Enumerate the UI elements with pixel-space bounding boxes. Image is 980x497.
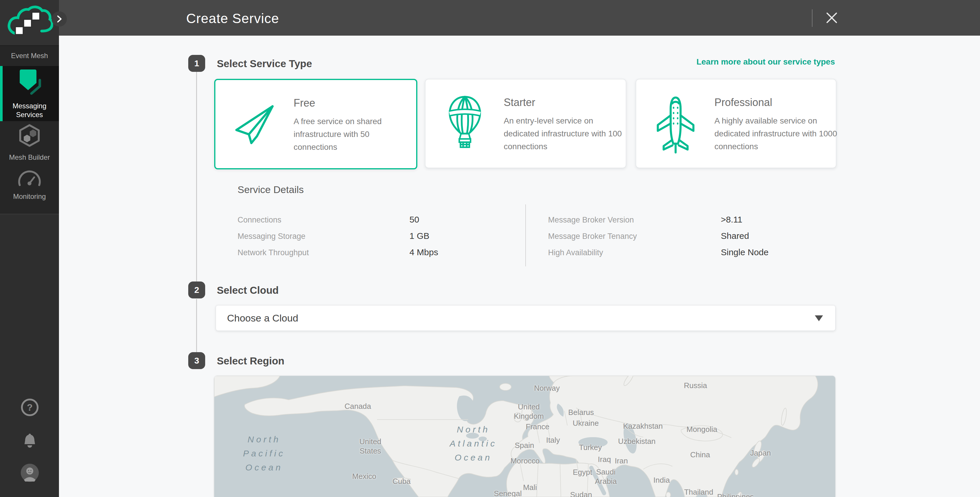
learn-more-link[interactable]: Learn more about our service types — [696, 57, 835, 67]
service-type-card-free[interactable]: Free A free service on shared infrastruc… — [214, 79, 417, 169]
country-label-cuba: Cuba — [393, 476, 410, 486]
sidebar-item-monitoring[interactable]: Monitoring — [0, 164, 59, 206]
ocean-label-north-atlantic-ocean: North Atlantic Ocean — [450, 422, 497, 465]
country-label-egypt: Egypt — [573, 467, 592, 477]
detail-label: High Availability — [548, 248, 603, 257]
sidebar-item-label: Mesh Builder — [9, 153, 50, 162]
step-3-title: Select Region — [217, 355, 284, 367]
svg-text:?: ? — [27, 402, 33, 413]
detail-value: 50 — [409, 215, 419, 225]
account-button[interactable] — [21, 464, 39, 482]
service-details-title: Service Details — [237, 184, 304, 195]
ocean-label-north-pacific-ocean: North Pacific Ocean — [243, 432, 285, 475]
country-label-india: India — [654, 475, 670, 485]
country-label-france: France — [526, 422, 549, 431]
map-labels: North Pacific OceanNorth Atlantic OceanR… — [214, 376, 835, 497]
country-label-morocco: Morocco — [511, 456, 539, 465]
step-2-title: Select Cloud — [217, 284, 279, 296]
card-description: A highly available service on dedicated … — [714, 115, 843, 153]
country-label-japan: Japan — [750, 448, 771, 457]
card-description: A free service on shared infrastructure … — [294, 115, 410, 154]
country-label-spain: Spain — [515, 441, 535, 450]
country-label-turkey: Turkey — [579, 443, 602, 452]
country-label-philippines: Philippines — [717, 492, 754, 497]
notifications-button[interactable] — [21, 431, 39, 450]
avatar-icon — [21, 479, 39, 483]
country-label-iraq: Iraq — [598, 455, 611, 464]
detail-label: Message Broker Version — [548, 215, 634, 225]
detail-value: Single Node — [721, 247, 768, 257]
sidebar-collapse-button[interactable] — [52, 11, 67, 27]
step-connector-line — [196, 299, 197, 352]
country-label-norway: Norway — [534, 384, 560, 393]
card-title: Starter — [504, 96, 535, 108]
service-type-card-starter[interactable]: Starter An entry-level service on dedica… — [425, 79, 626, 168]
modal-header: Create Service — [59, 0, 980, 36]
detail-value: 4 Mbps — [409, 247, 438, 257]
chevron-down-icon — [815, 315, 823, 321]
paper-plane-icon — [229, 89, 281, 160]
detail-label: Messaging Storage — [237, 232, 305, 241]
detail-label: Message Broker Tenancy — [548, 232, 637, 241]
detail-value: Shared — [721, 231, 749, 241]
hot-air-balloon-icon — [439, 88, 491, 160]
country-label-mongolia: Mongolia — [686, 425, 718, 434]
sidebar-item-event-mesh[interactable]: Event Mesh — [0, 45, 59, 66]
cloud-select-dropdown[interactable]: Choose a Cloud — [216, 305, 835, 331]
details-divider — [525, 204, 526, 266]
hexagon-icon — [17, 123, 42, 149]
region-map[interactable]: North Pacific OceanNorth Atlantic OceanR… — [214, 376, 835, 497]
sidebar-lower-panel — [0, 214, 59, 497]
header-divider — [812, 10, 813, 27]
cloud-select-value: Choose a Cloud — [227, 312, 298, 324]
country-label-mexico: Mexico — [352, 472, 376, 481]
step-1-title: Select Service Type — [217, 58, 312, 70]
country-label-senegal: Senegal — [494, 489, 522, 497]
detail-label: Connections — [237, 215, 282, 225]
country-label-uzbekistan: Uzbekistan — [618, 436, 656, 446]
country-label-united-states: United States — [359, 437, 381, 456]
sidebar-item-label: Monitoring — [13, 192, 46, 201]
country-label-united-kingdom: United Kingdom — [514, 402, 544, 421]
card-title: Professional — [714, 96, 772, 108]
sidebar-item-label: Event Mesh — [11, 51, 48, 60]
card-description: An entry-level service on dedicated infr… — [504, 115, 629, 153]
step-1-badge: 1 — [188, 55, 205, 72]
step-connector-line — [196, 72, 197, 282]
create-service-form: 1 Select Service Type Learn more about o… — [59, 36, 980, 497]
country-label-iran: Iran — [615, 456, 628, 465]
step-3-badge: 3 — [188, 352, 205, 369]
card-title: Free — [294, 97, 315, 109]
close-icon — [825, 21, 838, 25]
detail-label: Network Throughput — [237, 248, 309, 257]
sidebar: Event Mesh Messaging Services Mesh Build — [0, 0, 59, 497]
sidebar-item-label: Messaging Services — [8, 102, 51, 119]
active-indicator — [0, 66, 3, 121]
country-label-belarus: Belarus — [568, 408, 594, 417]
step-2-badge: 2 — [188, 282, 205, 298]
airplane-icon — [649, 88, 702, 160]
country-label-saudi-arabia: Saudi Arabia — [595, 467, 617, 486]
app-logo[interactable] — [0, 0, 59, 46]
help-button[interactable]: ? — [21, 398, 39, 417]
country-label-kazakhstan: Kazakhstan — [623, 421, 663, 431]
help-icon: ? — [21, 413, 39, 417]
service-type-card-professional[interactable]: Professional A highly available service … — [636, 79, 837, 168]
sidebar-item-messaging-services[interactable]: Messaging Services — [0, 66, 59, 121]
detail-value: >8.11 — [721, 215, 743, 225]
page-title: Create Service — [186, 11, 279, 26]
country-label-thailand: Thailand — [684, 487, 713, 497]
country-label-mali: Mali — [523, 483, 537, 492]
shield-icon — [17, 68, 42, 97]
country-label-sudan: Sudan — [570, 490, 592, 497]
country-label-russia: Russia — [684, 381, 707, 390]
detail-value: 1 GB — [409, 231, 429, 241]
country-label-china: China — [690, 450, 710, 459]
gauge-icon — [17, 169, 42, 188]
country-label-ukraine: Ukraine — [573, 419, 599, 428]
bell-icon — [21, 446, 39, 451]
sidebar-item-mesh-builder[interactable]: Mesh Builder — [0, 121, 59, 164]
close-button[interactable] — [824, 10, 840, 26]
country-label-italy: Italy — [546, 435, 560, 445]
country-label-canada: Canada — [344, 401, 371, 411]
